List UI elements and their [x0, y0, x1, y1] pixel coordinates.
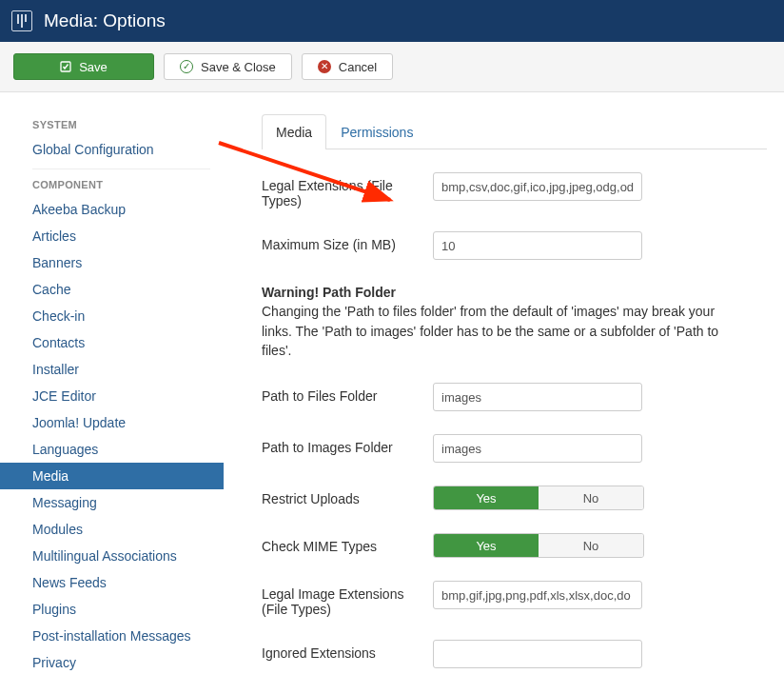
main-panel: MediaPermissions Legal Extensions (File …	[224, 92, 784, 674]
warning-title: Warning! Path Folder	[262, 285, 396, 300]
sidebar-heading-component: COMPONENT	[0, 169, 224, 196]
input-legal-extensions[interactable]	[433, 172, 642, 201]
save-close-button[interactable]: ✓ Save & Close	[164, 53, 292, 80]
toggle-check-mime-yes[interactable]: Yes	[434, 534, 539, 557]
sidebar-item-messaging[interactable]: Messaging	[0, 489, 224, 516]
check-icon: ✓	[180, 60, 193, 73]
toggle-check-mime-no[interactable]: No	[539, 534, 643, 557]
warning-block: Warning! Path Folder Changing the 'Path …	[262, 283, 747, 360]
cancel-button-label: Cancel	[339, 60, 377, 74]
sidebar-item-contacts[interactable]: Contacts	[0, 329, 224, 356]
sidebar-item-plugins[interactable]: Plugins	[0, 596, 224, 623]
warning-text: Changing the 'Path to files folder' from…	[262, 304, 718, 358]
tab-permissions[interactable]: Permissions	[326, 114, 427, 149]
sidebar-item-post-installation-messages[interactable]: Post-installation Messages	[0, 623, 224, 649]
sidebar: SYSTEM Global Configuration COMPONENT Ak…	[0, 92, 224, 674]
label-restrict-uploads: Restrict Uploads	[262, 486, 433, 506]
sidebar-item-global-configuration[interactable]: Global Configuration	[0, 136, 224, 163]
sidebar-item-cache[interactable]: Cache	[0, 276, 224, 303]
cancel-icon: ✕	[318, 60, 331, 73]
label-ignored-ext: Ignored Extensions	[262, 640, 433, 661]
save-close-button-label: Save & Close	[201, 60, 276, 74]
sidebar-item-multilingual-associations[interactable]: Multilingual Associations	[0, 543, 224, 569]
sidebar-item-installer[interactable]: Installer	[0, 356, 224, 383]
input-legal-image-ext[interactable]	[433, 581, 642, 609]
sidebar-item-modules[interactable]: Modules	[0, 516, 224, 543]
save-icon	[60, 61, 71, 72]
content-layout: SYSTEM Global Configuration COMPONENT Ak…	[0, 92, 784, 674]
tabs: MediaPermissions	[262, 113, 767, 149]
label-max-size: Maximum Size (in MB)	[262, 231, 433, 252]
label-path-files: Path to Files Folder	[262, 383, 433, 404]
sidebar-item-media[interactable]: Media	[0, 463, 224, 489]
label-path-images: Path to Images Folder	[262, 434, 433, 455]
tab-media[interactable]: Media	[262, 114, 326, 149]
sidebar-item-joomla-update[interactable]: Joomla! Update	[0, 409, 224, 436]
sidebar-item-privacy[interactable]: Privacy	[0, 649, 224, 674]
input-path-images[interactable]	[433, 434, 642, 463]
input-ignored-ext[interactable]	[433, 640, 642, 668]
action-toolbar: Save ✓ Save & Close ✕ Cancel	[0, 42, 784, 92]
input-max-size[interactable]	[433, 231, 642, 260]
toggle-check-mime[interactable]: YesNo	[433, 533, 644, 558]
sidebar-item-check-in[interactable]: Check-in	[0, 303, 224, 329]
save-button[interactable]: Save	[13, 53, 154, 80]
label-check-mime: Check MIME Types	[262, 533, 433, 554]
save-button-label: Save	[79, 60, 108, 74]
sidebar-item-jce-editor[interactable]: JCE Editor	[0, 383, 224, 409]
sidebar-item-languages[interactable]: Languages	[0, 436, 224, 463]
toggle-restrict-uploads-yes[interactable]: Yes	[434, 486, 539, 509]
label-legal-image-ext: Legal Image Extensions (File Types)	[262, 581, 433, 617]
sidebar-item-news-feeds[interactable]: News Feeds	[0, 569, 224, 596]
sidebar-item-akeeba-backup[interactable]: Akeeba Backup	[0, 196, 224, 223]
equalizer-icon	[11, 10, 32, 31]
toggle-restrict-uploads[interactable]: YesNo	[433, 486, 644, 510]
input-path-files[interactable]	[433, 383, 642, 411]
sidebar-item-articles[interactable]: Articles	[0, 223, 224, 249]
sidebar-item-banners[interactable]: Banners	[0, 249, 224, 276]
cancel-button[interactable]: ✕ Cancel	[302, 53, 393, 80]
sidebar-heading-system: SYSTEM	[0, 109, 224, 136]
page-header: Media: Options	[0, 0, 784, 42]
page-title: Media: Options	[44, 10, 166, 31]
toggle-restrict-uploads-no[interactable]: No	[539, 486, 643, 509]
label-legal-extensions: Legal Extensions (File Types)	[262, 172, 433, 208]
